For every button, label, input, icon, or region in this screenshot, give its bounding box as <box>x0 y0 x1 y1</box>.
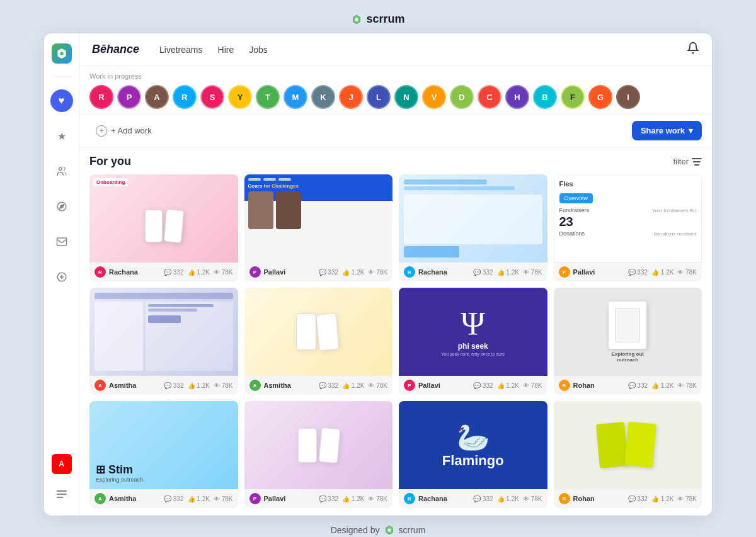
story-avatar-6[interactable]: Y <box>228 85 252 109</box>
fles-title: Fles <box>559 180 697 188</box>
card-ecomm[interactable]: A Asmitha 💬 332 👍 1.2K 👁 78K <box>244 288 393 395</box>
fles-donation-text: donations received <box>654 231 696 237</box>
story-avatar-18[interactable]: F <box>561 85 585 109</box>
sidebar-item-mail[interactable] <box>50 230 73 253</box>
navbar: Bēhance Livetreams Hire Jobs <box>79 33 712 66</box>
author-avatar-rohan-1: R <box>559 380 570 391</box>
fles-overview-btn[interactable]: Overview <box>559 193 593 203</box>
author-avatar-asmitha-3: A <box>94 493 106 504</box>
story-avatar-11[interactable]: L <box>367 85 391 109</box>
story-avatar-4[interactable]: R <box>173 85 197 109</box>
story-avatar-5[interactable]: S <box>200 85 224 109</box>
author-name-asmitha-1: Asmitha <box>109 382 161 389</box>
author-avatar-pallavi-2: P <box>559 266 570 278</box>
adobe-icon[interactable]: A <box>52 454 72 474</box>
nav-item-jobs[interactable]: Jobs <box>249 42 268 57</box>
card-stim[interactable]: ⊞ Stim Exploring outreach. A Asmitha 💬 3… <box>89 401 238 508</box>
share-work-button[interactable]: Share work ▾ <box>632 121 702 140</box>
story-avatar-10[interactable]: J <box>339 85 363 109</box>
author-name-rohan-1: Rohan <box>573 382 625 389</box>
phi-logo: Ψ <box>461 308 485 341</box>
author-name-rachana-2: Rachana <box>418 268 470 276</box>
action-bar: + + Add work Share work ▾ <box>79 115 712 147</box>
card-web[interactable]: A Asmitha 💬 332 👍 1.2K 👁 78K <box>89 288 238 395</box>
card-meta-app: P Pallavi 💬 332 👍 1.2K 👁 78K <box>244 489 393 508</box>
story-avatar-7[interactable]: T <box>256 85 280 109</box>
svg-rect-11 <box>57 494 67 495</box>
story-avatar-15[interactable]: C <box>478 85 501 109</box>
story-avatar-8[interactable]: M <box>284 85 307 109</box>
story-avatar-16[interactable]: H <box>505 85 529 109</box>
card-phi[interactable]: Ψ phi seek You seek cont, only once to c… <box>399 288 547 395</box>
bottom-brand-prefix: Designed by <box>331 525 380 535</box>
sidebar-item-heart[interactable]: ♥ <box>50 89 73 112</box>
story-avatar-1[interactable]: R <box>89 85 113 109</box>
svg-rect-10 <box>57 490 67 492</box>
stories-section: Work in progress R P A R S Y T M K J L N… <box>79 66 712 115</box>
stories-label: Work in progress <box>89 72 702 80</box>
fles-donations-label: Donations <box>559 230 585 237</box>
svg-rect-8 <box>57 238 66 246</box>
card-meta-fles: P Pallavi 💬 332 👍 1.2K 👁 78K <box>554 263 702 281</box>
feed: For you filter Onboarding <box>79 147 712 516</box>
svg-rect-13 <box>692 158 702 159</box>
card-flamingo[interactable]: 🦢 Flamingo R Rachana 💬 332 👍 1.2K 👁 78K <box>399 401 547 508</box>
nav-item-livetreams[interactable]: Livetreams <box>159 42 202 57</box>
feed-title: For you <box>89 155 131 168</box>
card-onboarding[interactable]: Onboarding R Rachana 💬 332 👍 1.2K <box>89 174 238 281</box>
card-stats-9: 💬 332 👍 1.2K 👁 78K <box>164 495 232 502</box>
story-avatar-3[interactable]: A <box>145 85 169 109</box>
card-thumb-ecomm <box>244 288 393 376</box>
filter-button[interactable]: filter <box>673 157 702 166</box>
svg-rect-15 <box>694 164 699 166</box>
filter-icon <box>692 158 702 166</box>
author-name-pallavi-1: Pallavi <box>264 268 316 276</box>
card-app[interactable]: P Pallavi 💬 332 👍 1.2K 👁 78K <box>244 401 393 508</box>
author-avatar-asmitha-2: A <box>249 380 261 391</box>
author-name-rachana-3: Rachana <box>418 495 470 502</box>
bottom-brand: Designed by scrrum <box>331 524 426 536</box>
author-avatar-rachana-3: R <box>404 493 415 504</box>
fles-fundraisers-label: Fundraisers <box>559 207 590 213</box>
card-fles[interactable]: Fles Overview Fundraisers Your fundraise… <box>554 174 702 281</box>
main-content: Bēhance Livetreams Hire Jobs Work in pro… <box>79 33 712 516</box>
card-meta-brand: R Rohan 💬 332 👍 1.2K 👁 78K <box>554 489 702 508</box>
card-stats-7: 💬 332 👍 1.2K 👁 78K <box>473 382 542 389</box>
card-outreach[interactable]: Exploring outoutreach R Rohan 💬 332 👍 1.… <box>554 288 702 395</box>
card-meta-web: A Asmitha 💬 332 👍 1.2K 👁 78K <box>89 376 238 395</box>
card-stats-1: 💬 332 👍 1.2K 👁 78K <box>164 269 232 276</box>
card-brand[interactable]: R Rohan 💬 332 👍 1.2K 👁 78K <box>554 401 702 508</box>
card-meta-ecomm: A Asmitha 💬 332 👍 1.2K 👁 78K <box>244 376 393 395</box>
card-stats-10: 💬 332 👍 1.2K 👁 78K <box>319 495 387 502</box>
story-avatar-13[interactable]: V <box>422 85 446 109</box>
story-avatar-19[interactable]: G <box>588 85 612 109</box>
story-avatar-2[interactable]: P <box>117 85 141 109</box>
card-meta-phi: P Pallavi 💬 332 👍 1.2K 👁 78K <box>399 376 547 395</box>
sidebar-item-menu[interactable] <box>50 483 73 506</box>
story-avatar-17[interactable]: B <box>533 85 557 109</box>
card-thumb-stim: ⊞ Stim Exploring outreach. <box>89 401 238 489</box>
story-avatar-12[interactable]: N <box>394 85 418 109</box>
author-avatar-rohan-2: R <box>559 493 570 504</box>
bottom-brand-name: scrrum <box>399 525 426 535</box>
stories-row: R P A R S Y T M K J L N V D C H B F G I <box>89 85 702 109</box>
story-avatar-20[interactable]: I <box>616 85 640 109</box>
sidebar-item-users[interactable] <box>50 160 73 183</box>
sidebar-item-compass[interactable] <box>50 195 73 218</box>
sidebar-item-add[interactable] <box>50 266 73 288</box>
top-brand: scrrum <box>351 13 404 26</box>
author-name-rachana-1: Rachana <box>109 268 161 276</box>
notification-bell[interactable] <box>687 42 699 57</box>
card-ui[interactable]: R Rachana 💬 332 👍 1.2K 👁 78K <box>399 174 547 281</box>
card-thumb-onboarding: Onboarding <box>89 174 238 263</box>
sidebar-logo[interactable] <box>52 43 72 64</box>
sidebar-item-star[interactable]: ★ <box>50 125 73 147</box>
story-avatar-14[interactable]: D <box>450 85 474 109</box>
top-brand-name: scrrum <box>366 13 404 26</box>
card-stats-3: 💬 332 👍 1.2K 👁 78K <box>473 269 542 276</box>
add-work-label: + Add work <box>111 126 152 135</box>
nav-item-hire[interactable]: Hire <box>218 42 234 57</box>
add-work-button[interactable]: + + Add work <box>89 122 158 140</box>
card-gear[interactable]: Gears for Challenges P Pallavi 💬 332 <box>244 174 393 281</box>
story-avatar-9[interactable]: K <box>311 85 335 109</box>
